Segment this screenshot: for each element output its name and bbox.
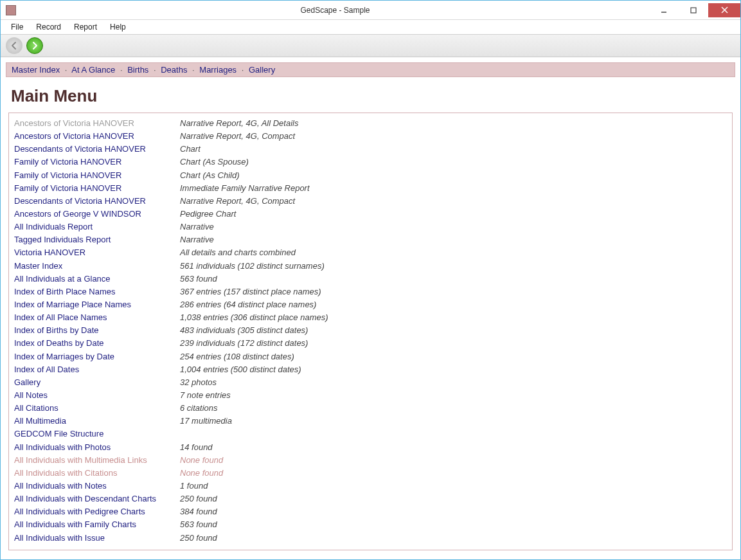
menu-description: 286 entries (64 distinct place names)	[180, 298, 316, 311]
menu-row: Master Index561 individuals (102 distinc…	[14, 260, 727, 273]
menu-row: Family of Victoria HANOVERChart (As Spou…	[14, 156, 727, 168]
menu-link[interactable]: All Individuals with Family Charts	[14, 518, 180, 531]
menu-row: All Notes7 note entries	[14, 389, 727, 402]
menu-link[interactable]: Index of All Dates	[14, 363, 180, 376]
menu-link[interactable]: Victoria HANOVER	[14, 246, 180, 259]
forward-button[interactable]	[26, 37, 43, 54]
crumb-births[interactable]: Births	[127, 65, 148, 75]
crumb-sep: ·	[239, 65, 247, 75]
menu-link[interactable]: All Individuals with Issue	[14, 532, 180, 545]
menu-row: All Individuals with Notes1 found	[14, 480, 727, 492]
menu-description: 1,038 entries (306 distinct place names)	[180, 311, 328, 324]
menu-link[interactable]: Master Index	[14, 260, 180, 273]
menu-link[interactable]: Tagged Individuals Report	[14, 233, 180, 246]
menu-link[interactable]: Index of Birth Place Names	[14, 285, 180, 298]
menu-file[interactable]: File	[4, 21, 30, 33]
menu-description: 1 found	[180, 480, 208, 492]
menu-row: Descendants of Victoria HANOVERNarrative…	[14, 195, 727, 208]
menu-description: Chart (As Child)	[180, 169, 239, 182]
menu-description: 17 multimedia	[180, 415, 232, 428]
menu-description: Narrative Report, 4G, Compact	[180, 130, 295, 143]
menu-link[interactable]: GEDCOM File Structure	[14, 428, 180, 440]
menu-link[interactable]: Family of Victoria HANOVER	[14, 182, 180, 195]
crumb-at-a-glance[interactable]: At A Glance	[71, 65, 115, 75]
menu-link[interactable]: All Citations	[14, 402, 180, 415]
menu-link[interactable]: All Individuals with Notes	[14, 480, 180, 492]
close-button[interactable]	[708, 3, 740, 17]
menu-link[interactable]: Gallery	[14, 376, 180, 389]
menu-link: All Individuals with Citations	[14, 467, 180, 480]
menu-link[interactable]: All Individuals Report	[14, 221, 180, 233]
menu-help[interactable]: Help	[103, 21, 132, 33]
menu-description: 561 individuals (102 distinct surnames)	[180, 260, 325, 273]
crumb-master-index[interactable]: Master Index	[12, 65, 60, 75]
menu-row: Family of Victoria HANOVERChart (As Chil…	[14, 169, 727, 182]
menu-row: Index of Deaths by Date239 individuals (…	[14, 337, 727, 350]
back-button[interactable]	[6, 37, 22, 54]
menu-link[interactable]: Family of Victoria HANOVER	[14, 156, 180, 168]
crumb-gallery[interactable]: Gallery	[249, 65, 275, 75]
menu-link: Ancestors of Victoria HANOVER	[14, 117, 180, 130]
menu-link[interactable]: Index of All Place Names	[14, 311, 180, 324]
crumb-marriages[interactable]: Marriages	[199, 65, 237, 75]
menu-link[interactable]: All Individuals with Descendant Charts	[14, 492, 180, 505]
menu-row: Index of Marriage Place Names286 entries…	[14, 298, 727, 311]
menu-row: Family of Victoria HANOVERImmediate Fami…	[14, 182, 727, 195]
menu-link[interactable]: Index of Marriage Place Names	[14, 298, 180, 311]
menu-description: 239 individuals (172 distinct dates)	[180, 337, 308, 350]
menu-row: Index of Births by Date483 individuals (…	[14, 324, 727, 337]
maximize-button[interactable]	[679, 3, 708, 17]
menu-link[interactable]: Descendants of Victoria HANOVER	[14, 143, 180, 156]
toolbar	[1, 34, 740, 57]
menu-description: 483 individuals (305 distinct dates)	[180, 324, 308, 337]
menu-description: Narrative	[180, 233, 214, 246]
menu-link[interactable]: Ancestors of Victoria HANOVER	[14, 130, 180, 143]
crumb-deaths[interactable]: Deaths	[161, 65, 187, 75]
menu-row: All Individuals ReportNarrative	[14, 221, 727, 233]
menu-description: 1,004 entries (500 distinct dates)	[180, 363, 301, 376]
menu-description: All details and charts combined	[180, 246, 296, 259]
page-title: Main Menu	[11, 86, 730, 106]
menu-link[interactable]: Index of Births by Date	[14, 324, 180, 337]
menu-description: 250 found	[180, 532, 217, 545]
menu-description: 384 found	[180, 505, 217, 518]
crumb-sep: ·	[118, 65, 125, 75]
window-title: GedScape - Sample	[21, 6, 649, 15]
menu-link[interactable]: Index of Deaths by Date	[14, 337, 180, 350]
menu-link[interactable]: All Individuals at a Glance	[14, 273, 180, 285]
menu-link[interactable]: Index of Marriages by Date	[14, 350, 180, 363]
menu-description: 32 photos	[180, 376, 217, 389]
menu-description: 7 note entries	[180, 389, 231, 402]
menu-link[interactable]: Family of Victoria HANOVER	[14, 169, 180, 182]
menu-description: 6 citations	[180, 402, 218, 415]
menu-description: None found	[180, 454, 223, 467]
menu-row: All Individuals with Pedigree Charts384 …	[14, 505, 727, 518]
crumb-sep: ·	[190, 65, 197, 75]
menu-record[interactable]: Record	[30, 21, 67, 33]
menu-row: Index of Marriages by Date254 entries (1…	[14, 350, 727, 363]
titlebar: GedScape - Sample	[1, 1, 740, 20]
menu-link[interactable]: Descendants of Victoria HANOVER	[14, 195, 180, 208]
menu-link[interactable]: All Multimedia	[14, 415, 180, 428]
menu-description: Narrative Report, 4G, Compact	[180, 195, 295, 208]
menu-row: Index of All Place Names1,038 entries (3…	[14, 311, 727, 324]
menu-link[interactable]: All Individuals with Pedigree Charts	[14, 505, 180, 518]
menu-row: All Individuals with Family Charts563 fo…	[14, 518, 727, 531]
menu-link[interactable]: All Individuals with Photos	[14, 441, 180, 454]
menu-report[interactable]: Report	[67, 21, 103, 33]
menu-link[interactable]: Ancestors of George V WINDSOR	[14, 208, 180, 221]
menu-description: 250 found	[180, 492, 217, 505]
menu-row: All Multimedia17 multimedia	[14, 415, 727, 428]
menu-row: All Individuals with CitationsNone found	[14, 467, 727, 480]
svg-rect-1	[691, 8, 696, 13]
menu-row: Tagged Individuals ReportNarrative	[14, 233, 727, 246]
menu-row: Ancestors of Victoria HANOVERNarrative R…	[14, 117, 727, 130]
menu-description: None found	[180, 467, 223, 480]
menubar: File Record Report Help	[1, 20, 740, 34]
menu-link[interactable]: All Notes	[14, 389, 180, 402]
minimize-button[interactable]	[649, 3, 679, 17]
crumb-sep: ·	[151, 65, 159, 75]
menu-row: Index of All Dates1,004 entries (500 dis…	[14, 363, 727, 376]
menu-description: Chart (As Spouse)	[180, 156, 249, 168]
menu-row: Ancestors of George V WINDSORPedigree Ch…	[14, 208, 727, 221]
